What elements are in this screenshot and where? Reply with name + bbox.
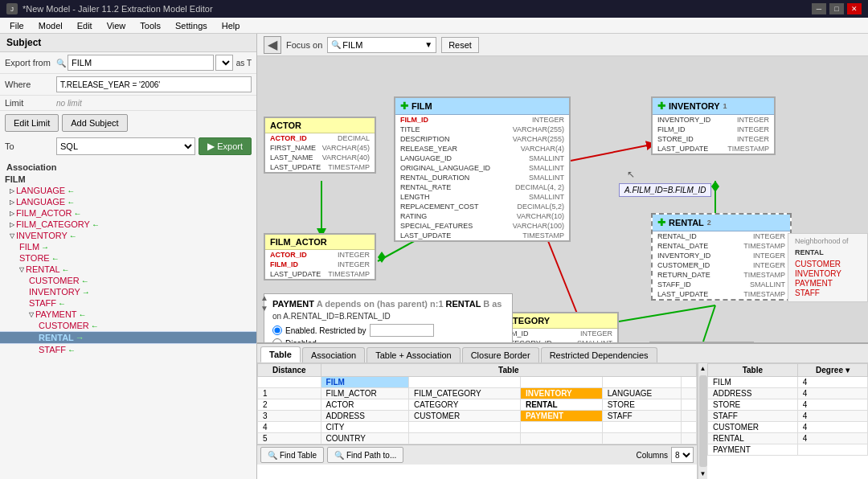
tab-closure-border[interactable]: Closure Border [462, 347, 539, 362]
tab-table[interactable]: Table [260, 346, 301, 362]
list-item[interactable]: STORE ← [0, 252, 256, 264]
entity-payment[interactable]: ✚ PAYMENT [649, 342, 754, 342]
neighborhood-item-payment[interactable]: PAYMENT [795, 279, 861, 288]
table-row[interactable]: CUSTOMER 4 [708, 422, 868, 433]
table-cell: FILM [321, 377, 409, 388]
list-item-rental-selected[interactable]: RENTAL → [0, 331, 256, 344]
maximize-button[interactable]: □ [829, 3, 844, 14]
tab-restricted-dependencies[interactable]: Restricted Dependencies [541, 347, 657, 362]
add-subject-button[interactable]: Add Subject [62, 114, 127, 132]
menu-view[interactable]: View [100, 19, 133, 32]
focus-input[interactable] [342, 40, 423, 50]
film-plus-icon: ✚ [400, 100, 408, 112]
tab-table-association[interactable]: Table + Association [366, 347, 460, 362]
entity-field: INVENTORY_IDINTEGER [653, 115, 774, 125]
export-from-input[interactable] [68, 55, 214, 71]
back-button[interactable]: ◀ [264, 36, 281, 54]
table-row[interactable]: 3 ADDRESS CUSTOMER PAYMENT STAFF [258, 411, 697, 422]
export-button[interactable]: ▶ Export [199, 137, 252, 155]
tree-arrow-icon: ← [91, 321, 99, 330]
bottom-area: Table Association Table + Association Cl… [257, 342, 868, 479]
list-item[interactable]: ▽ RENTAL ← [0, 264, 256, 275]
menu-help[interactable]: Help [215, 19, 247, 32]
tree-label: STAFF [39, 345, 66, 354]
restriction-input[interactable] [370, 324, 434, 337]
table-row[interactable]: STAFF 4 [708, 411, 868, 422]
table-row[interactable]: FILM 4 [708, 377, 868, 388]
entity-inventory[interactable]: ✚ INVENTORY 1 INVENTORY_IDINTEGER FILM_I… [651, 96, 776, 155]
export-from-select[interactable]: ▼ [215, 55, 233, 71]
entity-field: TITLEVARCHAR(255) [395, 125, 569, 134]
table-cell [682, 377, 697, 388]
entity-film[interactable]: ✚ FILM FILM_IDINTEGER TITLEVARCHAR(255) … [394, 96, 571, 242]
canvas-scroll-down[interactable]: ▼ [260, 304, 268, 313]
minimize-button[interactable]: ─ [812, 3, 826, 14]
scroll-up-btn[interactable]: ▲ [698, 363, 708, 374]
entity-category[interactable]: CATEGORY FILM_IDINTEGER CATEGORY_IDSMALL… [494, 312, 619, 342]
expand-icon: ▷ [10, 199, 14, 206]
tree-label: LANGUAGE [16, 197, 65, 207]
list-item[interactable]: ▽ PAYMENT ← [0, 309, 256, 320]
table-row[interactable]: RENTAL 4 [708, 433, 868, 444]
col-degree: Degree ▾ [797, 364, 867, 377]
menu-file[interactable]: File [3, 19, 31, 32]
table-row[interactable]: 4 CITY [258, 422, 697, 433]
table-row[interactable]: FILM [258, 377, 697, 388]
entity-rental[interactable]: ✚ RENTAL 2 RENTAL_IDINTEGER RENTAL_DATET… [651, 213, 792, 301]
table-row[interactable]: PAYMENT [708, 444, 868, 456]
list-item[interactable]: ▷ FILM_CATEGORY ← [0, 219, 256, 230]
entity-film-header: ✚ FILM [395, 98, 569, 115]
list-item[interactable]: INVENTORY → [0, 286, 256, 297]
close-button[interactable]: ✕ [847, 3, 862, 14]
disabled-radio[interactable] [272, 338, 282, 342]
menu-settings[interactable]: Settings [169, 19, 214, 32]
list-item[interactable]: ▷ LANGUAGE ← [0, 196, 256, 207]
list-item[interactable]: ▽ INVENTORY ← [0, 230, 256, 241]
list-item[interactable]: ▷ LANGUAGE ← [0, 185, 256, 196]
subject-header: Subject [0, 34, 256, 52]
menu-tools[interactable]: Tools [133, 19, 167, 32]
neighborhood-item-customer[interactable]: CUSTOMER [795, 260, 861, 268]
scroll-down-btn[interactable]: ▼ [698, 469, 708, 479]
find-table-button[interactable]: 🔍 Find Table [260, 447, 324, 463]
entity-film-name: FILM [411, 101, 432, 111]
find-toolbar: 🔍 Find Table 🔍 Find Path to... Columns 8 [257, 444, 697, 465]
canvas-scroll-up[interactable]: ▲ [260, 293, 268, 302]
table-row[interactable]: STORE 4 [708, 399, 868, 411]
entity-actor[interactable]: ACTOR ACTOR_IDDECIMAL FIRST_NAMEVARCHAR(… [264, 117, 376, 174]
list-item[interactable]: FILM → [0, 241, 256, 252]
where-input[interactable] [56, 76, 252, 92]
columns-select[interactable]: 8 [671, 447, 694, 463]
svg-line-4 [619, 305, 715, 321]
tree-label: CUSTOMER [39, 321, 89, 330]
enabled-radio[interactable] [272, 325, 282, 335]
focus-dropdown-btn[interactable]: ▼ [424, 40, 432, 49]
edit-limit-button[interactable]: Edit Limit [5, 114, 59, 132]
tab-association[interactable]: Association [302, 347, 365, 362]
list-item[interactable]: CUSTOMER ← [0, 275, 256, 286]
list-item[interactable]: CUSTOMER ← [0, 320, 256, 331]
tree-label: INVENTORY [16, 231, 68, 240]
degree-cell: 4 [797, 399, 867, 411]
menu-edit[interactable]: Edit [71, 19, 99, 32]
table-row[interactable]: ADDRESS 4 [708, 388, 868, 399]
table-row[interactable]: 5 COUNTRY [258, 433, 697, 444]
list-item[interactable]: STAFF ← [0, 297, 256, 309]
neighborhood-item-staff[interactable]: STAFF [795, 289, 861, 297]
menu-model[interactable]: Model [32, 19, 69, 32]
entity-film-actor[interactable]: FILM_ACTOR ACTOR_IDINTEGER FILM_IDINTEGE… [264, 233, 376, 280]
reset-button[interactable]: Reset [441, 37, 479, 53]
to-select[interactable]: SQL [56, 137, 195, 155]
find-path-button[interactable]: 🔍 Find Path to... [327, 447, 403, 463]
list-item[interactable]: STAFF ← [0, 344, 256, 355]
tree-root-film[interactable]: FILM [0, 174, 256, 185]
list-item[interactable]: ▷ FILM_ACTOR ← [0, 207, 256, 219]
canvas-area[interactable]: ACTOR ACTOR_IDDECIMAL FIRST_NAMEVARCHAR(… [257, 56, 868, 342]
tab-content: Distance Table FILM [257, 363, 868, 479]
tree-arrow-icon: ← [92, 220, 100, 229]
table-row[interactable]: 2 ACTOR CATEGORY RENTAL STORE [258, 399, 697, 411]
scrollbar-thumb[interactable] [699, 375, 707, 467]
tree-label: STAFF [29, 298, 56, 308]
table-row[interactable]: 1 FILM_ACTOR FILM_CATEGORY INVENTORY LAN… [258, 388, 697, 399]
neighborhood-item-inventory[interactable]: INVENTORY [795, 269, 861, 278]
